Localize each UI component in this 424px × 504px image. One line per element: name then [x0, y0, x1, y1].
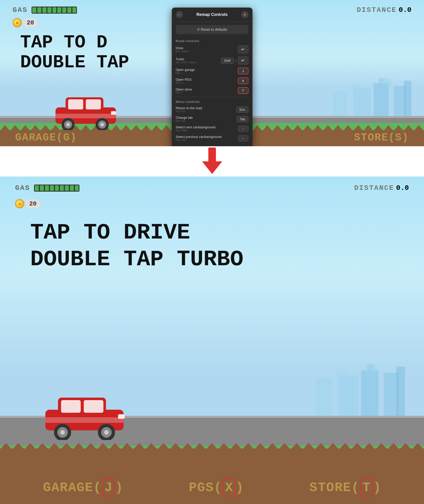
bottom-game-panel: GAS DISTANCE 0.0 ● 20 TAP TO DRIVE DOUBL…: [0, 176, 424, 504]
distance-container-bottom: DISTANCE 0.0: [354, 184, 409, 192]
return-road-key-esc[interactable]: Esc: [236, 106, 248, 113]
open-pgs-hint: Key: X: [176, 81, 192, 84]
remap-controls-modal: ← Remap Controls × Reset to defaults Roa…: [172, 8, 252, 146]
svg-rect-23: [361, 370, 379, 416]
tap-line1-bottom: TAP TO DRIVE: [30, 219, 243, 246]
drive-hint: Key: Space: [176, 50, 189, 53]
select-prev-control-row: Select previous car/background Key: Left…: [172, 133, 252, 143]
svg-marker-31: [0, 443, 424, 450]
garage-label-end: ): [115, 480, 123, 495]
modal-overlay: ← Remap Controls × Reset to defaults Roa…: [0, 0, 424, 146]
turbo-name: Turbo: [176, 57, 197, 61]
svg-rect-25: [338, 375, 358, 416]
top-game-panel: GAS DISTANCE 0.0 ● 20 TAP TO D DOUBLE TA…: [0, 0, 424, 146]
open-store-control-row: Open store Key: T T: [172, 86, 252, 96]
gas-seg-b7: [65, 185, 69, 191]
drive-name: Drive: [176, 46, 189, 50]
svg-point-29: [364, 364, 378, 376]
turbo-key-enter[interactable]: ↵: [238, 56, 248, 65]
open-garage-key-j[interactable]: J: [238, 68, 248, 74]
svg-rect-35: [84, 400, 103, 413]
sky-buildings-bottom: [222, 345, 424, 416]
open-pgs-name: Open PGS: [176, 78, 192, 81]
gas-seg-b6: [60, 185, 64, 191]
gas-seg-b9: [75, 185, 79, 191]
store-label-box: STORE( T ): [309, 479, 381, 496]
drive-keys: ↵: [238, 45, 248, 53]
select-next-key-right[interactable]: →: [238, 126, 248, 132]
svg-point-39: [60, 430, 65, 435]
modal-back-button[interactable]: ←: [176, 11, 183, 18]
svg-point-42: [104, 430, 109, 435]
open-pgs-key-x[interactable]: X: [238, 77, 248, 84]
drive-label: Drive Key: Space: [176, 46, 189, 53]
open-garage-control-row: Open garage Key: J J: [172, 66, 252, 76]
open-garage-label: Open garage Key: J: [176, 68, 195, 74]
reset-defaults-button[interactable]: Reset to defaults: [176, 25, 248, 34]
open-pgs-keys: X: [238, 77, 248, 84]
tap-text-bottom: TAP TO DRIVE DOUBLE TAP TURBO: [30, 219, 243, 273]
garage-label-box: GARAGE( J ): [43, 479, 123, 496]
distance-value-bottom: 0.0: [396, 184, 409, 192]
road-controls-section-title: Road controls: [172, 37, 252, 44]
change-tab-hint: Key: Tab: [176, 120, 193, 122]
gas-seg-b3: [45, 185, 49, 191]
open-pgs-control-row: Open PGS Key: X X: [172, 76, 252, 86]
svg-rect-34: [61, 400, 81, 413]
zigzag-bottom: [0, 443, 424, 450]
open-store-keys: T: [238, 87, 248, 94]
open-garage-hint: Key: J: [176, 72, 195, 74]
select-next-label: Select next car/background Key: Right: [176, 125, 216, 132]
return-road-hint: Key: Esc: [176, 110, 202, 113]
store-label-text: STORE(: [309, 480, 360, 495]
open-store-label: Open store Key: T: [176, 87, 192, 94]
modal-title: Remap Controls: [183, 12, 241, 17]
turbo-hint: Key: Shift + Space: [176, 61, 197, 64]
coin-icon-bottom: ●: [15, 199, 24, 208]
select-next-hint: Key: Right: [176, 129, 216, 132]
gas-seg-b1: [35, 185, 39, 191]
tap-line2-bottom: DOUBLE TAP TURBO: [30, 246, 243, 273]
gas-container-bottom: GAS: [15, 184, 79, 192]
turbo-plus: +: [235, 59, 237, 63]
turbo-key-shift[interactable]: Shift: [221, 57, 234, 64]
turbo-keys: Shift + ↵: [221, 56, 248, 65]
change-tab-label: Change tab Key: Tab: [176, 116, 193, 122]
menu-controls-section-title: Menu controls: [172, 98, 252, 105]
hud-bottom: GAS DISTANCE 0.0: [0, 184, 424, 192]
change-tab-keys: Tab: [237, 116, 248, 122]
open-garage-name: Open garage: [176, 68, 195, 72]
select-next-keys: →: [238, 126, 248, 132]
select-prev-key-left[interactable]: ←: [238, 135, 248, 141]
open-store-key-t[interactable]: T: [238, 87, 248, 94]
controls-divider: [176, 97, 248, 97]
select-next-name: Select next car/background: [176, 125, 216, 129]
return-road-control-row: Return to the road Key: Esc Esc: [172, 105, 252, 114]
pgs-label-box: PGS( X ): [189, 479, 243, 496]
car-svg-bottom: [40, 390, 131, 440]
svg-rect-36: [45, 417, 124, 423]
bottom-labels-bottom: GARAGE( J ) PGS( X ) STORE( T ): [0, 479, 424, 496]
gas-seg-b8: [70, 185, 74, 191]
arrow-section: [0, 146, 424, 176]
select-prev-hint: Key: Left: [176, 139, 222, 141]
change-tab-key-tab[interactable]: Tab: [237, 116, 248, 122]
change-tab-name: Change tab: [176, 116, 193, 120]
svg-rect-28: [316, 378, 332, 416]
modal-close-button[interactable]: ×: [241, 11, 248, 18]
turbo-control-row: Turbo Key: Shift + Space Shift + ↵: [172, 55, 252, 66]
svg-rect-43: [118, 414, 125, 419]
modal-header: ← Remap Controls ×: [172, 8, 252, 22]
select-prev-label: Select previous car/background Key: Left: [176, 135, 222, 141]
distance-label-bottom: DISTANCE: [354, 184, 394, 192]
gas-seg-b4: [50, 185, 54, 191]
open-store-name: Open store: [176, 87, 192, 91]
svg-marker-22: [202, 161, 222, 174]
select-next-control-row: Select next car/background Key: Right →: [172, 124, 252, 133]
gas-label-bottom: GAS: [15, 184, 30, 192]
pgs-label-key: X: [223, 479, 235, 496]
drive-key-enter[interactable]: ↵: [238, 45, 248, 53]
open-store-hint: Key: T: [176, 91, 192, 94]
store-label-end: ): [373, 480, 381, 495]
return-road-keys: Esc: [236, 106, 248, 113]
